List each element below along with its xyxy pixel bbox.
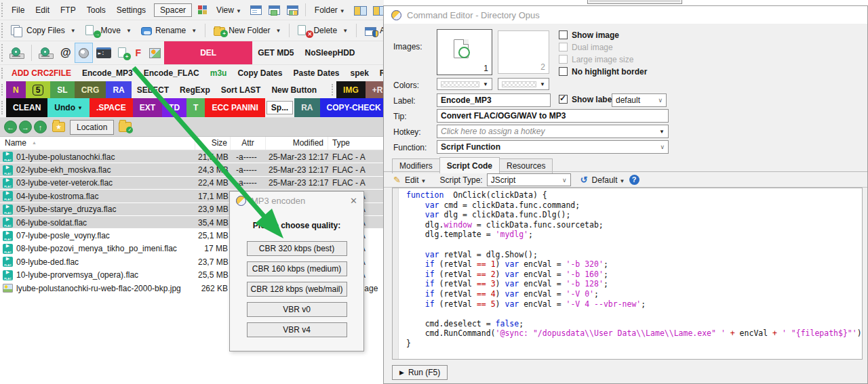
toolbar-button-encode-mp3[interactable]: Encode_MP3 [77, 65, 138, 81]
label-style-dropdown[interactable]: default∨ [612, 93, 667, 107]
close-icon[interactable]: ✕ [350, 196, 357, 206]
script-type-dropdown[interactable]: JScript∨ [487, 173, 571, 186]
quality-button-cbr-128-kbps-web-mail[interactable]: CBR 128 kbps (web/mail) [247, 282, 347, 297]
location-field[interactable]: Location [70, 120, 114, 135]
dialog-title-bar[interactable]: MP3 encoden ✕ [230, 192, 363, 210]
menu-file[interactable]: File [6, 5, 30, 15]
quality-button-cbr-160-kbps-medium[interactable]: CBR 160 kbps (medium) [247, 261, 347, 276]
toolbar-button-spek[interactable]: spek [345, 65, 374, 81]
file-row[interactable]: 01-lyube-polustanochki.flac21,5 MB-a----… [0, 150, 384, 163]
toolbar-button-add-crc2file[interactable]: ADD CRC2FILE [6, 65, 77, 81]
toolbar-button-regexp[interactable]: RegExp [174, 81, 216, 98]
toolbar-button-select[interactable]: SELECT [132, 81, 174, 98]
toolbar-button-5[interactable]: 5 [26, 81, 51, 98]
menu-spacer[interactable]: Spacer [154, 3, 192, 17]
toolbar-button-space[interactable]: .SPACE [90, 98, 133, 117]
move-button[interactable]: →Move▼ [81, 20, 136, 41]
toolbar-button-td[interactable]: TD [162, 98, 186, 117]
toolbar-button-ext[interactable]: EXT [133, 98, 162, 117]
toolbar-grip[interactable] [1, 68, 4, 79]
toolbar-button-clean[interactable]: CLEAN [6, 98, 47, 117]
admin-button[interactable]: Admin [360, 20, 384, 41]
toolbar-button-img[interactable]: IMG [336, 81, 366, 98]
show-image-checkbox[interactable] [559, 30, 568, 39]
quality-button-vbr-v0[interactable]: VBR v0 [247, 302, 347, 317]
new-file-button[interactable]: + [115, 41, 131, 64]
image-slot-2[interactable]: 2 [498, 30, 549, 74]
file-row[interactable]: 03-lyube-veter-veterok.flac22,4 MB-a----… [0, 177, 384, 190]
dual-pane-icon[interactable] [351, 5, 370, 15]
tiles-icon[interactable] [195, 5, 211, 15]
no-highlight-border-checkbox[interactable] [559, 67, 568, 76]
toolbar-button-ecc-panini[interactable]: ECC PANINI [205, 98, 264, 117]
image-slot-1[interactable]: 1 [437, 29, 492, 75]
favorites-icon[interactable]: ★ [52, 122, 65, 132]
compass-button[interactable] [75, 43, 93, 63]
column-header-type[interactable]: Type [328, 137, 384, 150]
toolbar-grip[interactable] [1, 101, 4, 114]
window-title-bar[interactable]: Command Editor - Directory Opus [384, 6, 867, 24]
f-app-button[interactable]: F [131, 41, 146, 64]
quality-button-cbr-320-kbps-best[interactable]: CBR 320 kbps (best) [247, 241, 347, 256]
toolbar-button-t[interactable]: T [186, 98, 205, 117]
quality-button-vbr-v4[interactable]: VBR v4 [247, 322, 347, 337]
label-input[interactable] [437, 93, 551, 107]
help-icon[interactable]: ? [629, 175, 639, 185]
column-header-size[interactable]: Size [195, 137, 231, 150]
toolbar-button-sl[interactable]: SL [50, 81, 74, 98]
image-tool-button[interactable] [146, 41, 164, 64]
toolbar-button-m3u[interactable]: m3u [205, 65, 233, 81]
toolbar-button-undo[interactable]: Undo▼ [47, 98, 90, 117]
forward-icon[interactable]: → [19, 121, 32, 133]
command-prompt-button[interactable]: ►: [93, 41, 115, 64]
toolbar-button-new-button[interactable]: New Button [266, 81, 322, 98]
toolbar-button-sp[interactable]: Sp... [267, 101, 293, 114]
run-button[interactable]: ▶ Run (F5) [392, 365, 448, 380]
view-details-icon[interactable] [247, 5, 265, 15]
view-list-icon[interactable] [265, 5, 283, 15]
toolbar-button-get-md5[interactable]: GET MD5 [252, 41, 299, 64]
tip-input[interactable] [437, 109, 669, 123]
toolbar-button-r[interactable]: +R [366, 81, 384, 98]
script-code-editor[interactable]: function OnClick(clickData) { var cmd = … [392, 188, 863, 360]
tab-script-code[interactable]: Script Code [439, 157, 500, 173]
back-icon[interactable]: ← [4, 121, 17, 133]
toolbar-button-copy-dates[interactable]: Copy Dates [232, 65, 288, 81]
toolbar-button-nosleephdd[interactable]: NoSleepHDD [300, 41, 361, 64]
function-type-dropdown[interactable]: Script Function∨ [437, 140, 669, 154]
toolbar-button-paste-dates[interactable]: Paste Dates [288, 65, 344, 81]
default-button[interactable]: Default▼ [592, 175, 625, 185]
toolbar-grip[interactable] [332, 84, 334, 95]
show-label-checkbox[interactable] [559, 95, 568, 104]
toolbar-button-ra[interactable]: RA [106, 81, 131, 98]
toolbar-button-sort-last[interactable]: Sort LAST [216, 81, 267, 98]
menu-settings[interactable]: Settings [111, 5, 151, 15]
revert-default-icon[interactable]: ↺ [580, 175, 588, 185]
new-folder-button[interactable]: +New Folder▼ [209, 20, 285, 41]
menu-view[interactable]: View▼ [211, 5, 247, 15]
delete-button[interactable]: ✕Delete▼ [293, 20, 353, 41]
toolbar-button-reksfv[interactable]: RekSFV [374, 65, 384, 81]
menu-tools[interactable]: Tools [81, 5, 111, 15]
toolbar-button-crg[interactable]: CRG [75, 81, 106, 98]
view-thumbnails-icon[interactable] [283, 5, 302, 15]
toolbar-grip[interactable] [1, 3, 4, 17]
toolbar-button-encode-flac[interactable]: Encode_FLAC [138, 65, 205, 81]
toolbar-button-n[interactable]: N [6, 81, 26, 98]
file-row[interactable]: 02-lyube-ekh_moskva.flac24,3 MB-a-----25… [0, 163, 384, 176]
menu-ftp[interactable]: FTP [55, 5, 81, 15]
toolbar-button-copy-check[interactable]: COPY-CHECK [320, 98, 384, 117]
toolbar-grip[interactable] [1, 23, 4, 38]
edit-button[interactable]: Edit▼ [405, 175, 427, 185]
dual-vertical-icon[interactable] [370, 5, 384, 15]
toolbar-grip[interactable] [1, 84, 4, 95]
up-icon[interactable]: ↑ [34, 121, 47, 133]
rename-button[interactable]: Rename▼ [136, 20, 201, 41]
folder-check-icon[interactable]: ✓ [119, 122, 132, 132]
menu-folder[interactable]: Folder▼ [309, 5, 351, 15]
toolbar-grip[interactable] [1, 44, 4, 62]
burn-disc-button-2[interactable] [35, 41, 57, 64]
toolbar-button-ra[interactable]: RA [294, 98, 319, 117]
column-header-name[interactable]: Name▲ [0, 137, 195, 150]
color-picker-2[interactable]: ▼ [498, 78, 549, 90]
